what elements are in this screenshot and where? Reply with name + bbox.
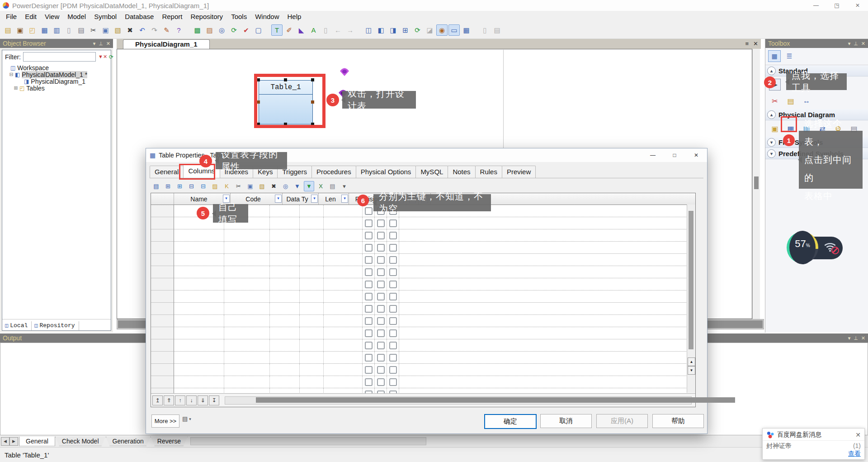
footer-menu-button[interactable]: ▤ ▾ <box>182 415 191 422</box>
tree-label[interactable]: PhysicalDiagram_1 <box>31 78 85 85</box>
checkbox-primary-key[interactable] <box>365 354 373 362</box>
grid-cell-datatype[interactable] <box>270 315 300 327</box>
grid-cell-name[interactable] <box>174 242 224 253</box>
grid-cell-length[interactable] <box>300 364 324 376</box>
close-icon[interactable]: ✕ <box>855 431 861 438</box>
forward-icon[interactable]: → <box>344 24 356 36</box>
check-model-icon[interactable]: ✔ <box>241 24 252 36</box>
checkbox-mandatory[interactable] <box>389 354 397 362</box>
grid-cell-code[interactable] <box>224 291 270 302</box>
grid-hscrollbar[interactable] <box>225 396 692 405</box>
checkbox-mandatory[interactable] <box>389 378 397 386</box>
find-objects-icon[interactable]: ◎ <box>216 24 227 36</box>
grid-cell-code[interactable] <box>224 315 270 327</box>
tab-physical-options[interactable]: Physical Options <box>356 166 416 178</box>
dialog-minimize-button[interactable]: — <box>642 148 664 162</box>
report-icon[interactable]: ◨ <box>387 24 399 36</box>
font-color-icon[interactable]: A <box>308 24 319 36</box>
checkbox-mandatory[interactable] <box>389 232 397 239</box>
battery-widget[interactable]: 57 % <box>787 232 843 264</box>
grid-cell-precision[interactable] <box>324 315 363 327</box>
regenerate-icon[interactable]: ⟳ <box>412 24 423 36</box>
grid-cell-code[interactable] <box>224 303 270 314</box>
grid-cell-datatype[interactable] <box>270 352 300 363</box>
move-down-more-button[interactable]: ⇓ <box>198 395 208 405</box>
grid-cell-length[interactable] <box>300 266 324 278</box>
cancel-button[interactable]: 取消 <box>540 414 592 428</box>
expander[interactable]: ⊞ <box>13 85 19 91</box>
move-down-button[interactable]: ↓ <box>186 395 197 405</box>
grid-cell-name[interactable] <box>174 339 224 351</box>
output-tab-check-model[interactable]: Check Model <box>55 437 106 446</box>
open-icon[interactable]: ◰ <box>27 24 38 36</box>
dialog-close-button[interactable]: ✕ <box>685 148 707 162</box>
output-tab-generation[interactable]: Generation <box>106 437 151 446</box>
grid-cell-datatype[interactable] <box>270 303 300 314</box>
apply-button[interactable]: 应用(A) <box>596 414 648 428</box>
output-tab-general[interactable]: General <box>19 437 55 446</box>
back-icon[interactable]: ← <box>332 24 344 36</box>
clear-filter-icon[interactable]: ▼✕ <box>98 54 107 60</box>
expand-icon[interactable]: ▾ <box>767 149 776 158</box>
grid-cell-precision[interactable] <box>324 303 363 314</box>
grid-cell-length[interactable] <box>300 352 324 363</box>
grid-row-header[interactable] <box>151 315 174 327</box>
netdisk-notification[interactable]: 百度网盘新消息 ✕ 封神证帝 (1) 查看 <box>762 428 865 460</box>
filter-input[interactable] <box>23 52 96 62</box>
pin-icon[interactable]: ⊥ <box>854 41 858 47</box>
grid-cell-datatype[interactable] <box>270 278 300 290</box>
diagram-frame-icon[interactable]: ◧ <box>375 24 387 36</box>
grid-cell-code[interactable] <box>224 364 270 376</box>
add-sub-row-icon[interactable]: ⊟ <box>198 181 208 191</box>
undo-icon[interactable]: ↶ <box>137 24 148 36</box>
tab-scroll-left-icon[interactable]: ◀ <box>1 437 9 446</box>
cut-icon[interactable]: ✂ <box>88 24 99 36</box>
grid-cell-datatype[interactable] <box>270 254 300 266</box>
help-book-icon[interactable]: ? <box>173 24 184 36</box>
properties-icon[interactable]: ✎ <box>161 24 172 36</box>
paste-shortcut-icon[interactable]: ▨ <box>204 24 215 36</box>
view-link[interactable]: 查看 <box>848 450 861 458</box>
grid-cell-length[interactable] <box>300 339 324 351</box>
grid-row-header[interactable] <box>151 364 174 376</box>
close-icon[interactable]: ✕ <box>106 41 110 47</box>
grid-cell-name[interactable] <box>174 303 224 314</box>
grid-cell-precision[interactable] <box>324 254 363 266</box>
menu-file[interactable]: File <box>2 13 21 20</box>
grid-cell-name[interactable] <box>174 364 224 376</box>
close-button[interactable]: ✕ <box>847 0 868 11</box>
notification-item[interactable]: 封神证帝 <box>766 442 792 450</box>
checkbox-primary-key[interactable] <box>365 305 373 313</box>
grid-row-header[interactable] <box>151 254 174 266</box>
checkbox-primary-key[interactable] <box>365 366 373 374</box>
grid-cell-code[interactable] <box>224 327 270 339</box>
grid-cell-name[interactable] <box>174 254 224 266</box>
checkbox-primary-key[interactable] <box>365 219 373 227</box>
tab-rules[interactable]: Rules <box>475 166 502 178</box>
tab-mysql[interactable]: MySQL <box>415 166 448 178</box>
checkbox-foreign-key[interactable] <box>377 219 385 227</box>
expander[interactable]: ⊟ <box>9 71 14 77</box>
grid-paste-icon[interactable]: ▧ <box>257 181 267 191</box>
menu-view[interactable]: View <box>41 13 63 20</box>
grid-row-header[interactable] <box>151 291 174 303</box>
open-workspace-icon[interactable]: ▣ <box>14 24 26 36</box>
print-icon[interactable]: ▤ <box>75 24 87 36</box>
checkbox-mandatory[interactable] <box>389 281 397 288</box>
grid-cell-code[interactable] <box>224 352 270 363</box>
checkbox-primary-key[interactable] <box>365 256 373 264</box>
paste-icon[interactable]: ▧ <box>112 24 123 36</box>
insert-sub-row-icon[interactable]: ⊟ <box>186 181 197 191</box>
delete-icon[interactable]: ✖ <box>124 24 136 36</box>
pin-icon[interactable]: ⊥ <box>854 335 858 341</box>
grid-cell-length[interactable] <box>300 217 324 229</box>
ok-button[interactable]: 确定 <box>484 414 537 429</box>
menu-window[interactable]: Window <box>251 13 283 20</box>
tab-preview[interactable]: Preview <box>502 166 536 178</box>
insert-object-icon[interactable]: ▯ <box>320 24 331 36</box>
repository-tab[interactable]: ◫ Repository <box>32 321 79 330</box>
refresh-icon[interactable]: ⟳ <box>228 24 240 36</box>
grid-cell-name[interactable] <box>174 388 224 393</box>
package-tool-icon[interactable]: ▣ <box>769 123 781 134</box>
checkbox-mandatory[interactable] <box>389 342 397 349</box>
